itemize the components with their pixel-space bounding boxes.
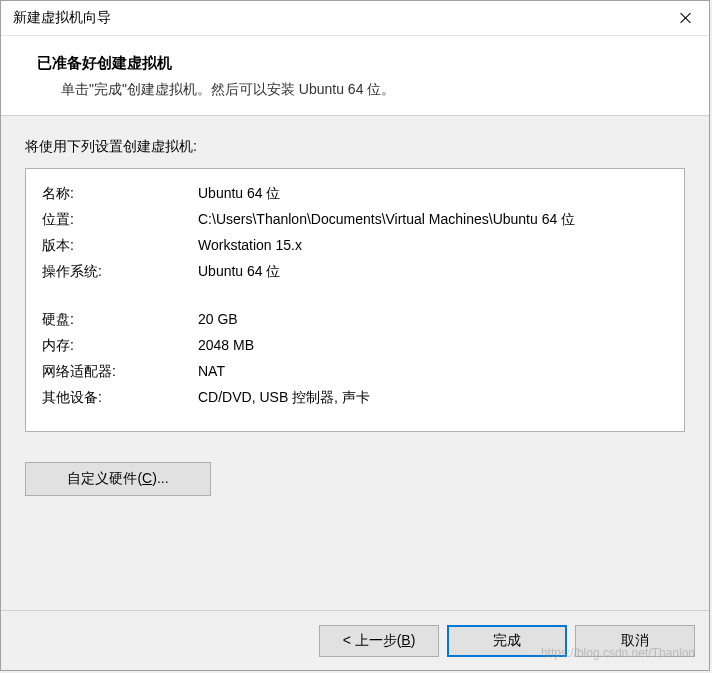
button-label-suffix: )... xyxy=(152,470,168,486)
setting-label: 其他设备: xyxy=(42,389,198,407)
setting-value: NAT xyxy=(198,363,668,381)
button-label: 取消 xyxy=(621,632,649,648)
setting-gap xyxy=(42,285,668,307)
content-area: 将使用下列设置创建虚拟机: 名称: Ubuntu 64 位 位置: C:\Use… xyxy=(1,116,709,610)
button-label-key: B xyxy=(401,632,410,648)
close-button[interactable] xyxy=(663,1,709,35)
setting-value: Workstation 15.x xyxy=(198,237,668,255)
customize-hardware-button[interactable]: 自定义硬件(C)... xyxy=(25,462,211,496)
cancel-button[interactable]: 取消 xyxy=(575,625,695,657)
setting-row-os: 操作系统: Ubuntu 64 位 xyxy=(42,259,668,285)
setting-label: 硬盘: xyxy=(42,311,198,329)
titlebar: 新建虚拟机向导 xyxy=(1,1,709,36)
setting-row-version: 版本: Workstation 15.x xyxy=(42,233,668,259)
button-label-prefix: < 上一步( xyxy=(343,632,402,648)
settings-panel: 名称: Ubuntu 64 位 位置: C:\Users\Thanlon\Doc… xyxy=(25,168,685,432)
customize-row: 自定义硬件(C)... xyxy=(25,462,685,496)
setting-row-name: 名称: Ubuntu 64 位 xyxy=(42,181,668,207)
footer-button-bar: < 上一步(B) 完成 取消 xyxy=(1,610,709,670)
setting-label: 内存: xyxy=(42,337,198,355)
button-label-prefix: 自定义硬件( xyxy=(67,470,142,486)
setting-label: 操作系统: xyxy=(42,263,198,281)
window-title: 新建虚拟机向导 xyxy=(13,9,111,27)
setting-label: 名称: xyxy=(42,185,198,203)
button-label-suffix: ) xyxy=(411,632,416,648)
header-subtitle: 单击"完成"创建虚拟机。然后可以安装 Ubuntu 64 位。 xyxy=(37,81,681,99)
setting-row-disk: 硬盘: 20 GB xyxy=(42,307,668,333)
close-icon xyxy=(680,12,692,24)
setting-label: 版本: xyxy=(42,237,198,255)
intro-text: 将使用下列设置创建虚拟机: xyxy=(25,138,685,156)
setting-value: Ubuntu 64 位 xyxy=(198,263,668,281)
setting-value: Ubuntu 64 位 xyxy=(198,185,668,203)
setting-label: 网络适配器: xyxy=(42,363,198,381)
setting-value: C:\Users\Thanlon\Documents\Virtual Machi… xyxy=(198,211,668,229)
setting-row-location: 位置: C:\Users\Thanlon\Documents\Virtual M… xyxy=(42,207,668,233)
setting-value: CD/DVD, USB 控制器, 声卡 xyxy=(198,389,668,407)
setting-label: 位置: xyxy=(42,211,198,229)
setting-value: 2048 MB xyxy=(198,337,668,355)
setting-row-memory: 内存: 2048 MB xyxy=(42,333,668,359)
finish-button[interactable]: 完成 xyxy=(447,625,567,657)
header-title: 已准备好创建虚拟机 xyxy=(37,54,681,73)
setting-value: 20 GB xyxy=(198,311,668,329)
setting-row-other: 其他设备: CD/DVD, USB 控制器, 声卡 xyxy=(42,385,668,411)
button-label: 完成 xyxy=(493,632,521,648)
wizard-header: 已准备好创建虚拟机 单击"完成"创建虚拟机。然后可以安装 Ubuntu 64 位… xyxy=(1,36,709,116)
setting-row-network: 网络适配器: NAT xyxy=(42,359,668,385)
wizard-dialog: 新建虚拟机向导 已准备好创建虚拟机 单击"完成"创建虚拟机。然后可以安装 Ubu… xyxy=(0,0,710,671)
back-button[interactable]: < 上一步(B) xyxy=(319,625,439,657)
button-label-key: C xyxy=(142,470,152,486)
